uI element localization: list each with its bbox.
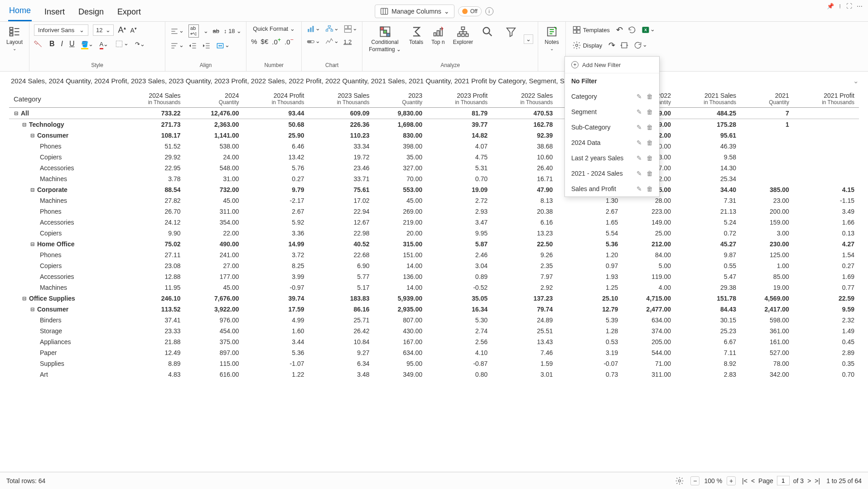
prev-page-button[interactable]: < [751,477,755,484]
row-label[interactable]: Appliances [9,336,120,347]
row-label[interactable]: Phones [9,249,120,260]
fit-button[interactable]: ⌄ [216,41,230,50]
filter-dropdown-button[interactable]: ⌄ [524,34,533,44]
notes-button[interactable]: Notes ⌄ [543,24,560,52]
line-height-button[interactable]: ↕ 18 ⌄ [224,28,241,34]
column-header[interactable]: 2024Quantity [185,90,243,108]
tree-toggle[interactable]: ⊟ [22,121,27,128]
row-label[interactable]: Storage [9,326,120,336]
row-label[interactable]: Copiers [9,152,120,163]
delete-icon[interactable]: 🗑 [646,185,653,192]
column-header[interactable]: 2023Quantity [374,90,427,108]
table-row[interactable]: Binders37.41976.004.9925.71807.005.3024.… [9,315,859,326]
zoom-out-button[interactable]: − [690,476,699,485]
layout-chart-button[interactable]: ⌄ [343,24,357,34]
decrease-indent-button[interactable] [188,41,198,50]
row-label[interactable]: Machines [9,282,120,293]
conditional-formatting-button[interactable]: Conditional Formatting ⌄ [367,24,403,53]
filter-item[interactable]: 2024 Data✎🗑 [565,135,659,150]
align-button[interactable]: ⌄ [170,27,184,36]
currency-button[interactable]: $€ [261,38,269,45]
percent-button[interactable]: % [251,38,257,45]
row-label[interactable]: Supplies [9,358,120,369]
next-page-button[interactable]: > [807,477,811,484]
dark-mode-toggle[interactable]: Off [458,6,482,16]
undo-button[interactable]: ↶ [616,25,623,35]
templates-button[interactable]: Templates [570,24,612,35]
table-row[interactable]: ⊟Consumer113.523,922.0017.5986.162,935.0… [9,304,859,315]
table-row[interactable]: ⊟Technology271.732,363.0050.68226.361,69… [9,119,859,130]
valign-button[interactable]: ⌄ [170,41,184,50]
table-row[interactable]: Phones27.11241.003.7222.68151.002.469.26… [9,249,859,260]
tab-export[interactable]: Export [116,5,142,21]
edit-icon[interactable]: ✎ [637,108,642,115]
table-row[interactable]: Copiers29.9224.0013.4219.7235.004.7510.6… [9,152,859,163]
autofit-button[interactable] [620,41,629,50]
info-icon[interactable]: i [485,7,493,15]
manage-columns-button[interactable]: Manage Columns ⌄ [375,5,454,18]
decrease-decimal-button[interactable]: .0− [285,37,294,46]
excel-export-button[interactable]: X⌄ [641,25,655,34]
settings-icon[interactable] [675,476,684,485]
table-row[interactable]: Accessories22.95548.005.7623.46327.005.3… [9,163,859,173]
row-label[interactable]: ⊟Home Office [9,239,120,249]
table-row[interactable]: Machines3.7831.000.2733.7170.000.7016.71… [9,173,859,184]
row-label[interactable]: Art [9,369,120,380]
tree-toggle[interactable]: ⊟ [30,240,35,248]
explorer-button[interactable]: Explorer [451,24,475,46]
tree-chart-button[interactable]: ⌄ [325,24,339,34]
row-label[interactable]: Machines [9,173,120,184]
table-row[interactable]: Storage23.33454.001.6026.42430.002.7425.… [9,326,859,336]
row-label[interactable]: Copiers [9,228,120,239]
filter-button[interactable] [503,24,519,39]
delete-icon[interactable]: 🗑 [646,108,653,115]
row-label[interactable]: Accessories [9,271,120,282]
delete-icon[interactable]: 🗑 [646,139,653,146]
table-row[interactable]: Art4.83616.001.223.48349.000.803.010.733… [9,369,859,380]
totals-button[interactable]: Totals [407,24,425,46]
column-header[interactable]: 2021 Profitin Thousands [794,90,859,108]
edit-icon[interactable]: ✎ [637,185,642,192]
table-row[interactable]: Accessories12.88177.003.995.77136.000.89… [9,271,859,282]
delete-icon[interactable]: 🗑 [646,93,653,100]
row-label[interactable]: Phones [9,206,120,217]
font-color-button[interactable]: A⌄ [100,41,109,48]
table-row[interactable]: ⊟Corporate88.54732.009.7975.61553.0019.0… [9,184,859,195]
column-header[interactable]: 2021Quantity [741,90,794,108]
quick-format-button[interactable]: Quick Format ⌄ [251,24,297,33]
italic-button[interactable]: I [61,40,63,48]
row-label[interactable]: Paper [9,347,120,358]
row-label[interactable]: Accessories [9,163,120,173]
sparkline-button[interactable]: ⌄ [325,37,339,46]
column-header[interactable]: 2023 Profitin Thousands [427,90,492,108]
table-row[interactable]: Supplies8.89115.00-1.076.3495.00-0.871.5… [9,358,859,369]
table-row[interactable]: Machines27.8245.00-2.1717.0245.002.728.1… [9,195,859,206]
last-page-button[interactable]: >| [815,477,820,484]
layout-button[interactable]: Layout ⌄ [5,24,24,52]
filter-item[interactable]: Segment✎🗑 [565,104,659,120]
table-row[interactable]: Copiers9.9022.003.3622.9820.009.9513.235… [9,228,859,239]
filter-item[interactable]: Category✎🗑 [565,89,659,104]
table-row[interactable]: Paper12.49897.005.369.27634.004.107.463.… [9,347,859,358]
delete-icon[interactable]: 🗑 [646,124,653,131]
format-painter-icon[interactable] [34,39,43,48]
column-header[interactable]: 2024 Profitin Thousands [244,90,309,108]
tab-home[interactable]: Home [8,3,32,21]
filter-item[interactable]: Sub-Category✎🗑 [565,120,659,135]
borders-button[interactable]: ⌄ [115,39,129,48]
decimal-scale-button[interactable]: 1.2 [343,38,352,45]
bold-button[interactable]: B [49,40,55,48]
reset-button[interactable] [627,25,637,34]
tree-toggle[interactable]: ⊟ [30,132,35,139]
edit-icon[interactable]: ✎ [637,170,642,177]
increase-font-icon[interactable]: A▴ [118,25,126,35]
table-row[interactable]: Phones26.70311.002.6722.94269.002.9320.3… [9,206,859,217]
page-input[interactable] [777,476,790,485]
table-row[interactable]: ⊟Office Supplies246.107,676.0039.74183.8… [9,293,859,304]
table-row[interactable]: ⊟All733.2212,476.0093.44609.099,830.0081… [9,108,859,119]
edit-icon[interactable]: ✎ [637,124,642,131]
table-row[interactable]: Copiers23.0827.008.256.9014.003.042.350.… [9,260,859,271]
first-page-button[interactable]: |< [742,477,747,484]
expand-desc-button[interactable]: ⌄ [853,77,859,85]
edit-icon[interactable]: ✎ [637,93,642,100]
